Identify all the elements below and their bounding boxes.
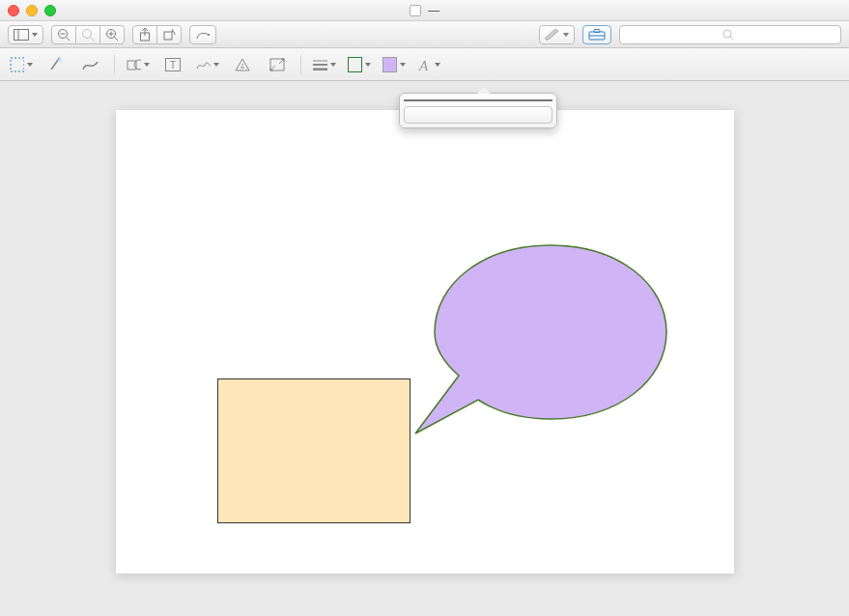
palette-grid — [404, 99, 552, 101]
svg-point-14 — [208, 34, 210, 36]
border-color-swatch — [348, 57, 362, 72]
zoom-actual-button[interactable] — [75, 25, 100, 44]
zoom-group — [51, 25, 125, 44]
svg-line-8 — [115, 37, 119, 41]
svg-rect-0 — [14, 29, 29, 40]
window-titlebar: — — [0, 0, 849, 21]
adjust-color-tool[interactable] — [231, 54, 254, 75]
svg-text:A: A — [418, 58, 429, 72]
show-color-panel-button[interactable] — [404, 106, 552, 124]
shapes-tool[interactable] — [127, 54, 150, 75]
edit-button[interactable] — [539, 25, 575, 44]
svg-point-5 — [83, 29, 92, 38]
close-window-button[interactable] — [8, 5, 19, 16]
instant-alpha-tool[interactable] — [44, 54, 68, 75]
border-color-tool[interactable] — [348, 54, 371, 75]
svg-line-6 — [91, 37, 95, 41]
text-tool[interactable]: T — [161, 54, 184, 75]
window-title: — — [0, 4, 849, 17]
main-toolbar — [0, 21, 849, 48]
zoom-out-button[interactable] — [51, 25, 76, 44]
chevron-down-icon — [27, 63, 33, 67]
sign-tool[interactable] — [196, 54, 219, 75]
fill-color-tool[interactable] — [382, 54, 406, 75]
fill-color-swatch — [382, 57, 397, 72]
chevron-down-icon — [330, 63, 336, 67]
svg-line-32 — [270, 66, 275, 70]
share-group — [132, 25, 182, 44]
svg-rect-17 — [594, 29, 600, 32]
chevron-down-icon — [563, 33, 569, 37]
chevron-down-icon — [32, 33, 38, 37]
svg-marker-15 — [546, 29, 558, 40]
line-style-tool[interactable] — [313, 54, 336, 75]
svg-point-23 — [61, 61, 63, 63]
selection-tool[interactable] — [10, 54, 33, 75]
svg-point-25 — [134, 60, 141, 70]
svg-rect-13 — [164, 32, 172, 40]
search-icon — [722, 29, 734, 41]
document-stage — [0, 81, 849, 616]
markup-toolbar: T A — [0, 48, 849, 81]
separator — [300, 55, 301, 74]
text-style-tool[interactable]: A — [417, 54, 440, 75]
rectangle-shape[interactable] — [217, 378, 410, 523]
chevron-down-icon — [435, 63, 440, 67]
sidebar-toggle-button[interactable] — [8, 25, 43, 44]
svg-line-33 — [279, 59, 284, 64]
draw-tool[interactable] — [79, 54, 102, 75]
chevron-down-icon — [144, 63, 150, 67]
color-picker-popover — [399, 93, 557, 128]
svg-point-19 — [723, 30, 731, 38]
toolbox-button[interactable] — [582, 25, 611, 44]
minimize-window-button[interactable] — [26, 5, 38, 16]
canvas[interactable] — [116, 110, 734, 574]
rotate-button[interactable] — [156, 25, 182, 44]
search-field[interactable] — [619, 25, 841, 44]
chevron-down-icon — [213, 63, 219, 67]
svg-text:T: T — [170, 60, 176, 70]
zoom-window-button[interactable] — [44, 5, 56, 16]
chevron-down-icon — [365, 63, 371, 67]
adjust-size-tool[interactable] — [266, 54, 289, 75]
zoom-in-button[interactable] — [99, 25, 125, 44]
separator — [114, 55, 115, 74]
svg-point-22 — [59, 57, 62, 60]
svg-line-20 — [730, 37, 733, 40]
share-button[interactable] — [132, 25, 157, 44]
speech-bubble-shape[interactable] — [406, 226, 676, 438]
svg-rect-21 — [11, 58, 24, 71]
svg-line-3 — [67, 37, 71, 41]
chevron-down-icon — [400, 63, 406, 67]
markup-button[interactable] — [189, 25, 216, 44]
file-icon — [410, 5, 421, 16]
